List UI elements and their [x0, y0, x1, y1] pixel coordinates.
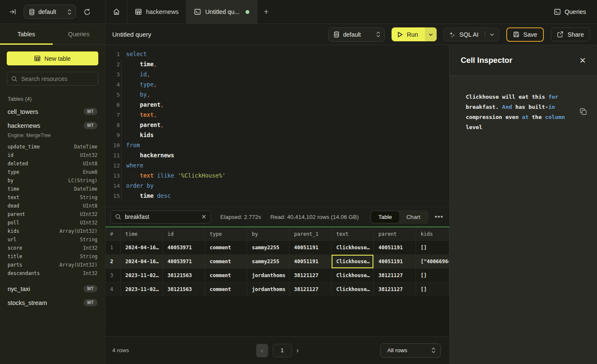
row-number[interactable]: 2 — [105, 255, 121, 268]
table-cell[interactable]: 2024-04-16… — [121, 255, 163, 268]
row-number[interactable]: 1 — [105, 241, 121, 254]
table-cell[interactable]: comment — [205, 241, 247, 254]
schema-column-row[interactable]: text String — [7, 193, 98, 202]
sidebar-tab-queries[interactable]: Queries — [53, 24, 105, 44]
resource-search[interactable] — [7, 72, 98, 86]
column-header-id[interactable]: id — [163, 227, 205, 240]
more-options-button[interactable]: ••• — [435, 213, 443, 221]
tab-untitled-query[interactable]: Untitled qu... — [186, 0, 257, 24]
sidebar-table-stocks-stream[interactable]: stocks_stream MT — [7, 296, 98, 310]
schema-column-row[interactable]: url String — [7, 235, 98, 244]
schema-column-row[interactable]: score Int32 — [7, 244, 98, 252]
new-tab-button[interactable]: + — [257, 0, 275, 24]
refresh-button[interactable] — [82, 7, 92, 17]
code-line[interactable]: 1 select — [111, 49, 449, 59]
table-cell[interactable]: 40051191 — [289, 241, 332, 254]
code-line[interactable]: 2 time, — [111, 59, 449, 69]
tab-home[interactable] — [105, 0, 127, 24]
column-header-type[interactable]: type — [205, 227, 247, 240]
column-header-time[interactable]: time — [121, 227, 163, 240]
sidebar-table-nyc-taxi[interactable]: nyc_taxi MT — [7, 282, 98, 296]
column-header-by[interactable]: by — [247, 227, 289, 240]
table-cell[interactable]: [] — [416, 241, 449, 254]
table-cell[interactable]: comment — [205, 255, 247, 268]
table-cell[interactable]: 2024-04-16… — [121, 241, 163, 254]
schema-column-row[interactable]: parts Array(UInt32) — [7, 261, 98, 269]
column-header-row-number[interactable]: # — [105, 227, 121, 240]
schema-column-row[interactable]: type Enum8 — [7, 168, 98, 176]
save-button[interactable]: Save — [506, 27, 544, 42]
code-line[interactable]: 10 from — [111, 140, 449, 150]
run-options-button[interactable] — [425, 27, 437, 41]
code-line[interactable]: 11 hackernews — [111, 150, 449, 160]
code-line[interactable]: 5 by, — [111, 89, 449, 100]
code-line[interactable]: 9 kids — [111, 130, 449, 140]
table-cell[interactable]: ["40066964… — [416, 255, 449, 268]
results-search[interactable]: ✕ — [111, 210, 211, 224]
results-search-input[interactable] — [125, 213, 197, 220]
table-cell[interactable]: Clickhouse… — [332, 269, 374, 282]
table-cell[interactable]: Clickhouse… — [332, 283, 374, 296]
schema-column-row[interactable]: descendants Int32 — [7, 269, 98, 278]
table-cell[interactable]: sammy2255 — [247, 255, 289, 268]
topbar-database-selector[interactable]: default — [24, 5, 76, 19]
table-cell[interactable]: Clickhouse… — [332, 255, 374, 268]
view-chart-button[interactable]: Chart — [399, 211, 427, 223]
table-cell[interactable]: 38121127 — [374, 269, 416, 282]
column-header-parent_1[interactable]: parent_1 — [289, 227, 332, 240]
table-cell[interactable]: 40051191 — [289, 255, 332, 268]
table-cell[interactable]: jordanthoms — [247, 269, 289, 282]
table-cell[interactable]: Clickhouse… — [332, 241, 374, 254]
sidebar-table-cell-towers[interactable]: cell_towers MT — [7, 105, 98, 119]
query-database-selector[interactable]: default — [328, 27, 385, 42]
view-table-button[interactable]: Table — [371, 211, 399, 223]
schema-column-row[interactable]: id UInt32 — [7, 151, 98, 159]
table-cell[interactable]: comment — [205, 283, 247, 296]
schema-column-row[interactable]: title String — [7, 252, 98, 261]
schema-column-row[interactable]: kids Array(UInt32) — [7, 227, 98, 235]
collapse-sidebar-button[interactable] — [8, 7, 18, 16]
close-inspector-button[interactable]: ✕ — [579, 56, 586, 65]
table-cell[interactable]: 40051191 — [374, 255, 416, 268]
schema-column-row[interactable]: deleted UInt8 — [7, 159, 98, 168]
row-number[interactable]: 4 — [105, 283, 121, 296]
queries-button[interactable]: Queries — [554, 8, 586, 15]
table-cell[interactable]: 38121127 — [289, 269, 332, 282]
page-number-input[interactable] — [273, 344, 292, 357]
code-line[interactable]: 15 time desc — [111, 191, 449, 201]
tab-hackernews[interactable]: hackernews — [127, 0, 186, 24]
row-number[interactable]: 3 — [105, 269, 121, 282]
table-cell[interactable]: 38121127 — [374, 283, 416, 296]
code-line[interactable]: 6 parent, — [111, 100, 449, 110]
table-cell[interactable]: jordanthoms — [247, 283, 289, 296]
resource-search-input[interactable] — [21, 75, 94, 82]
copy-cell-button[interactable] — [580, 91, 587, 132]
sql-editor[interactable]: 1 select 2 time, 3 id, — [105, 45, 449, 207]
clear-search-button[interactable]: ✕ — [201, 213, 206, 220]
page-size-selector[interactable]: All rows — [380, 343, 441, 358]
column-header-text[interactable]: text — [332, 227, 374, 240]
table-cell[interactable]: 2023-11-02… — [121, 269, 163, 282]
next-page-button[interactable]: › — [297, 347, 299, 354]
code-line[interactable]: 3 id, — [111, 69, 449, 79]
sql-ai-button[interactable]: SQL AI — [443, 27, 500, 41]
table-cell[interactable]: 40053971 — [163, 241, 205, 254]
table-cell[interactable]: [] — [416, 269, 449, 282]
table-cell[interactable]: 38121563 — [163, 269, 205, 282]
new-table-button[interactable]: New table — [7, 51, 98, 65]
sidebar-tab-tables[interactable]: Tables — [0, 24, 53, 44]
sidebar-table-hackernews[interactable]: hackernews MT — [7, 119, 98, 132]
schema-column-row[interactable]: update_time DateTime — [7, 143, 98, 151]
code-line[interactable]: 12 where — [111, 160, 449, 170]
table-cell[interactable]: 40053971 — [163, 255, 205, 268]
schema-column-row[interactable]: dead UInt8 — [7, 202, 98, 210]
table-cell[interactable]: sammy2255 — [247, 241, 289, 254]
table-cell[interactable]: 38121127 — [289, 283, 332, 296]
column-header-parent[interactable]: parent — [374, 227, 416, 240]
code-line[interactable]: 13 text ilike '%ClickHouse%' — [111, 170, 449, 181]
schema-column-row[interactable]: time DateTime — [7, 185, 98, 193]
table-cell[interactable]: comment — [205, 269, 247, 282]
schema-column-row[interactable]: poll UInt32 — [7, 218, 98, 227]
table-cell[interactable]: 38121563 — [163, 283, 205, 296]
code-line[interactable]: 14 order by — [111, 181, 449, 191]
